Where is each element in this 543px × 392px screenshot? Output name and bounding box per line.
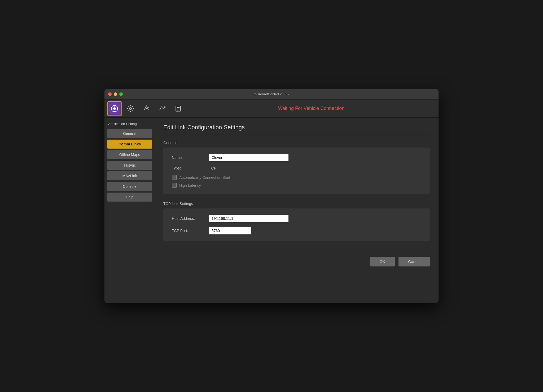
window-title: QGroundControl v3.5.2 xyxy=(254,92,289,96)
port-label: TCP Port: xyxy=(172,229,209,233)
port-input[interactable] xyxy=(209,227,251,234)
auto-connect-row: Automatically Connect on Start xyxy=(172,175,422,180)
sidebar-item-offline-maps[interactable]: Offline Maps xyxy=(107,150,152,159)
maximize-button[interactable] xyxy=(119,92,123,96)
svg-point-1 xyxy=(113,107,116,110)
connection-status: Waiting For Vehicle Connection xyxy=(187,106,436,111)
high-latency-checkbox[interactable] xyxy=(172,183,177,188)
type-value: TCP xyxy=(209,166,216,170)
window-controls xyxy=(108,92,123,96)
section-divider xyxy=(163,134,430,134)
sidebar-item-taisync[interactable]: Taisync xyxy=(107,161,152,170)
name-row: Name: xyxy=(172,154,422,161)
toolbar-settings-button[interactable] xyxy=(123,101,138,116)
host-input[interactable] xyxy=(209,215,288,222)
toolbar-app-button[interactable] xyxy=(107,101,122,116)
port-row: TCP Port: xyxy=(172,227,422,234)
qgc-icon xyxy=(109,103,120,114)
toolbar-fly-button[interactable] xyxy=(155,101,170,116)
main-layout: Application Settings General Comm Links … xyxy=(104,118,439,303)
content-area: Edit Link Configuration Settings General… xyxy=(155,118,439,303)
name-input[interactable] xyxy=(209,154,288,161)
type-label: Type: xyxy=(172,166,209,170)
sidebar: Application Settings General Comm Links … xyxy=(104,118,155,303)
host-row: Host Address: xyxy=(172,215,422,222)
sidebar-item-console[interactable]: Console xyxy=(107,182,152,191)
sidebar-item-mavlink[interactable]: MAVLink xyxy=(107,171,152,180)
name-label: Name: xyxy=(172,155,209,160)
toolbar: Waiting For Vehicle Connection xyxy=(104,100,439,118)
general-section-label: General xyxy=(163,141,430,145)
sidebar-item-general[interactable]: General xyxy=(107,129,152,138)
high-latency-row: High Latency xyxy=(172,183,422,188)
sidebar-item-help[interactable]: Help xyxy=(107,193,152,202)
toolbar-plan-button[interactable] xyxy=(171,101,186,116)
svg-rect-4 xyxy=(176,106,181,111)
host-label: Host Address: xyxy=(172,216,209,221)
ok-button[interactable]: OK xyxy=(370,257,395,266)
app-window: QGroundControl v3.5.2 xyxy=(104,89,439,303)
type-row: Type: TCP xyxy=(172,166,422,170)
tcp-section-box: Host Address: TCP Port: xyxy=(163,208,430,241)
minimize-button[interactable] xyxy=(114,92,117,96)
titlebar: QGroundControl v3.5.2 xyxy=(104,89,439,100)
general-section-box: Name: Type: TCP Automatically Connect on… xyxy=(163,148,430,194)
cancel-button[interactable]: Cancel xyxy=(399,257,430,266)
toolbar-vehicle-button[interactable] xyxy=(139,101,154,116)
page-title: Edit Link Configuration Settings xyxy=(163,124,430,131)
auto-connect-label: Automatically Connect on Start xyxy=(179,175,230,180)
bottom-buttons: OK Cancel xyxy=(163,257,430,272)
high-latency-label: High Latency xyxy=(179,183,201,188)
auto-connect-checkbox[interactable] xyxy=(172,175,177,180)
sidebar-heading: Application Settings xyxy=(107,122,152,126)
sidebar-item-comm-links[interactable]: Comm Links xyxy=(107,140,152,149)
tcp-section-label: TCP Link Settings xyxy=(163,202,430,206)
svg-point-2 xyxy=(129,108,132,110)
close-button[interactable] xyxy=(108,92,112,96)
